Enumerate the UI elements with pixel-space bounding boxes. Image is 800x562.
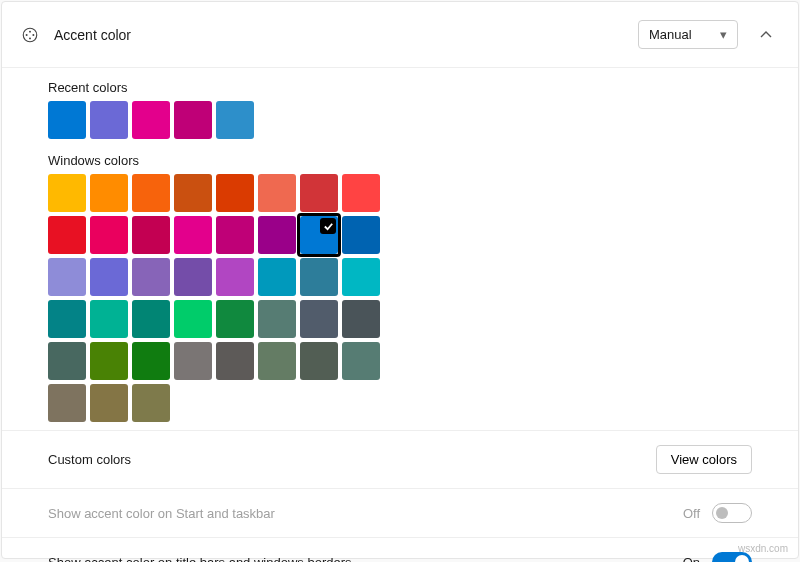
recent-color-swatch[interactable]	[132, 101, 170, 139]
custom-colors-label: Custom colors	[48, 452, 656, 467]
windows-color-swatch[interactable]	[174, 216, 212, 254]
windows-color-swatch[interactable]	[258, 342, 296, 380]
recent-colors-label: Recent colors	[48, 80, 752, 95]
view-colors-button[interactable]: View colors	[656, 445, 752, 474]
windows-color-swatch[interactable]	[258, 258, 296, 296]
svg-point-2	[32, 34, 34, 36]
accent-mode-label: Manual	[649, 27, 692, 42]
windows-color-swatch[interactable]	[174, 342, 212, 380]
windows-color-swatch[interactable]	[342, 216, 380, 254]
windows-color-swatch[interactable]	[132, 258, 170, 296]
windows-color-swatch[interactable]	[90, 258, 128, 296]
windows-color-swatch[interactable]	[258, 300, 296, 338]
start-taskbar-label: Show accent color on Start and taskbar	[48, 506, 683, 521]
windows-color-swatch[interactable]	[132, 216, 170, 254]
start-taskbar-toggle	[712, 503, 752, 523]
windows-color-swatch[interactable]	[300, 342, 338, 380]
windows-color-swatch[interactable]	[90, 174, 128, 212]
windows-color-swatch[interactable]	[216, 174, 254, 212]
windows-color-swatch[interactable]	[48, 174, 86, 212]
windows-colors-label: Windows colors	[48, 153, 752, 168]
page-title: Accent color	[54, 27, 638, 43]
windows-color-swatch[interactable]	[48, 300, 86, 338]
svg-point-1	[29, 30, 31, 32]
windows-color-swatch[interactable]	[342, 342, 380, 380]
accent-mode-dropdown[interactable]: Manual ▾	[638, 20, 738, 49]
recent-color-swatch[interactable]	[90, 101, 128, 139]
windows-color-swatch[interactable]	[342, 258, 380, 296]
windows-color-swatch[interactable]	[132, 384, 170, 422]
windows-color-swatch[interactable]	[300, 174, 338, 212]
windows-color-swatch[interactable]	[216, 258, 254, 296]
svg-point-3	[26, 34, 28, 36]
windows-color-swatch[interactable]	[132, 174, 170, 212]
windows-color-swatch[interactable]	[258, 174, 296, 212]
windows-color-swatch[interactable]	[48, 216, 86, 254]
check-icon	[320, 218, 336, 234]
windows-color-swatch[interactable]	[174, 258, 212, 296]
windows-color-swatch[interactable]	[132, 300, 170, 338]
recent-color-swatch[interactable]	[216, 101, 254, 139]
titlebar-label: Show accent color on title bars and wind…	[48, 555, 683, 563]
titlebar-status: On	[683, 555, 700, 563]
svg-point-0	[23, 28, 37, 42]
windows-color-swatch[interactable]	[300, 216, 338, 254]
windows-color-swatch[interactable]	[342, 174, 380, 212]
svg-point-4	[29, 37, 31, 39]
windows-color-swatch[interactable]	[258, 216, 296, 254]
windows-color-swatch[interactable]	[300, 258, 338, 296]
recent-color-swatch[interactable]	[48, 101, 86, 139]
windows-color-swatch[interactable]	[48, 258, 86, 296]
windows-color-swatch[interactable]	[342, 300, 380, 338]
windows-color-swatch[interactable]	[216, 300, 254, 338]
collapse-button[interactable]	[752, 21, 780, 49]
windows-color-swatch[interactable]	[48, 384, 86, 422]
windows-color-swatch[interactable]	[174, 300, 212, 338]
windows-color-swatch[interactable]	[90, 300, 128, 338]
watermark: wsxdn.com	[738, 543, 788, 554]
windows-color-swatch[interactable]	[216, 342, 254, 380]
accent-color-icon	[20, 25, 40, 45]
recent-color-swatch[interactable]	[174, 101, 212, 139]
windows-color-swatch[interactable]	[90, 384, 128, 422]
windows-color-swatch[interactable]	[300, 300, 338, 338]
start-taskbar-status: Off	[683, 506, 700, 521]
windows-color-swatch[interactable]	[132, 342, 170, 380]
windows-color-swatch[interactable]	[90, 216, 128, 254]
windows-color-swatch[interactable]	[90, 342, 128, 380]
windows-color-swatch[interactable]	[174, 174, 212, 212]
windows-color-swatch[interactable]	[216, 216, 254, 254]
chevron-down-icon: ▾	[720, 27, 727, 42]
windows-color-swatch[interactable]	[48, 342, 86, 380]
